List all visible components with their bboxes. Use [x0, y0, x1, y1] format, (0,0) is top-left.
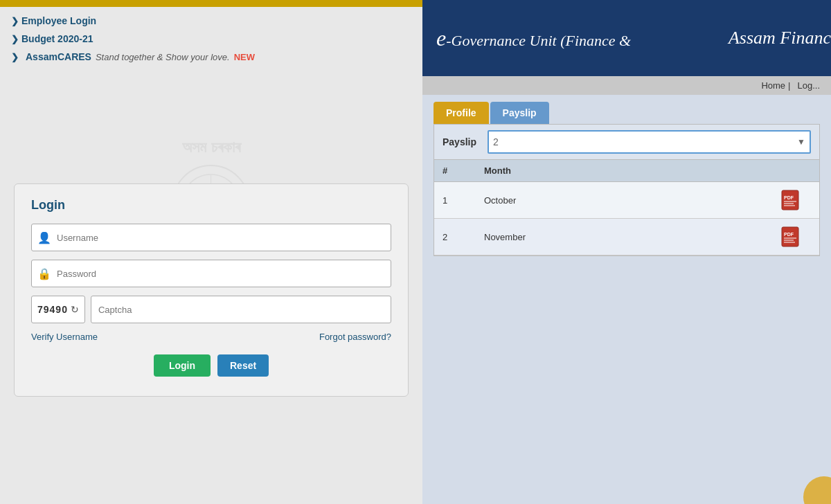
header-dash: -	[446, 32, 451, 49]
home-link[interactable]: Home	[761, 80, 785, 91]
nav-employee-login[interactable]: ❯ Employee Login	[11, 15, 411, 26]
svg-rect-16	[782, 227, 798, 246]
header-governance: Governance Unit (Finance &	[452, 32, 632, 49]
watermark-bengali: অসম চৰকাৰ	[157, 138, 266, 156]
row-num-2: 2	[443, 232, 484, 242]
col-action-header	[769, 165, 811, 176]
password-row: 🔒	[31, 260, 391, 287]
nav-separator: |	[788, 80, 790, 91]
captcha-refresh-icon[interactable]: ↻	[71, 304, 79, 315]
select-arrow-icon: ▼	[797, 137, 805, 147]
right-nav: Home | Log...	[422, 76, 831, 95]
payslip-filter-input[interactable]	[493, 136, 797, 147]
table-row: 1 October PDF	[434, 182, 819, 219]
row-num-1: 1	[443, 195, 484, 206]
captcha-input[interactable]	[91, 296, 391, 323]
login-title: Login	[31, 198, 391, 213]
verify-username-link[interactable]: Verify Username	[31, 332, 98, 342]
svg-text:PDF: PDF	[784, 232, 794, 237]
captcha-value: 79490	[37, 304, 68, 315]
pdf-svg-1: PDF	[781, 190, 799, 210]
row-month-1: October	[484, 195, 769, 206]
header-e: e	[436, 26, 446, 51]
payslip-select-wrapper[interactable]: ▼	[488, 130, 811, 154]
new-badge: NEW	[234, 52, 255, 62]
left-panel: ❯ Employee Login ❯ Budget 2020-21 ❯ Assa…	[0, 0, 422, 504]
table-header: # Month	[434, 160, 819, 182]
header-assam-finance: Assam Financ	[729, 28, 831, 48]
table-row: 2 November PDF	[434, 219, 819, 255]
deco-circle	[803, 476, 831, 504]
svg-text:PDF: PDF	[784, 195, 794, 200]
username-row: 👤	[31, 224, 391, 251]
forgot-password-link[interactable]: Forgot password?	[319, 332, 391, 342]
row-action-1[interactable]: PDF	[769, 189, 811, 211]
tabs-row: Profile Payslip	[422, 95, 831, 124]
right-header: e-Governance Unit (Finance & Assam Finan…	[422, 0, 831, 76]
chevron-icon: ❯	[11, 16, 19, 26]
right-panel: e-Governance Unit (Finance & Assam Finan…	[422, 0, 831, 504]
lock-icon: 🔒	[37, 267, 51, 280]
pdf-icon-2[interactable]: PDF	[780, 226, 800, 248]
assam-cares-tagline: Stand together & Show your love.	[96, 52, 230, 62]
row-action-2[interactable]: PDF	[769, 226, 811, 248]
tab-payslip[interactable]: Payslip	[490, 102, 549, 124]
nav-budget-label: Budget 2020-21	[21, 33, 93, 44]
col-num-header: #	[443, 165, 484, 176]
svg-rect-11	[782, 190, 798, 210]
captcha-row: 79490 ↻	[31, 296, 391, 323]
tab-profile[interactable]: Profile	[434, 102, 489, 124]
buttons-row: Login Reset	[31, 354, 391, 377]
chevron-icon: ❯	[11, 52, 19, 62]
payslip-filter-row: Payslip ▼	[434, 125, 819, 160]
pdf-icon-1[interactable]: PDF	[780, 189, 800, 211]
login-link[interactable]: Log...	[797, 80, 820, 91]
nav-employee-login-label: Employee Login	[21, 15, 96, 26]
header-logo: e-Governance Unit (Finance &	[436, 25, 631, 51]
captcha-box: 79490 ↻	[31, 296, 85, 323]
row-month-2: November	[484, 232, 769, 242]
nav-assam-cares[interactable]: ❯ AssamCARES Stand together & Show your …	[11, 51, 411, 62]
pdf-svg-2: PDF	[781, 226, 799, 247]
payslip-filter-label: Payslip	[443, 136, 481, 147]
content-area: Payslip ▼ # Month 1 October PDF	[434, 124, 820, 256]
col-month-header: Month	[484, 165, 769, 176]
password-input[interactable]	[57, 269, 385, 279]
nav-budget[interactable]: ❯ Budget 2020-21	[11, 33, 411, 44]
assam-cares-label: AssamCARES	[26, 51, 91, 62]
top-bar	[0, 0, 422, 7]
login-button[interactable]: Login	[154, 354, 211, 377]
user-icon: 👤	[37, 231, 51, 244]
nav-links: ❯ Employee Login ❯ Budget 2020-21 ❯ Assa…	[0, 7, 422, 75]
chevron-icon: ❯	[11, 34, 19, 44]
login-box: Login 👤 🔒 79490 ↻ Verify Username Forgot…	[14, 183, 409, 397]
username-input[interactable]	[57, 233, 385, 243]
links-row: Verify Username Forgot password?	[31, 332, 391, 342]
reset-button[interactable]: Reset	[217, 354, 269, 377]
